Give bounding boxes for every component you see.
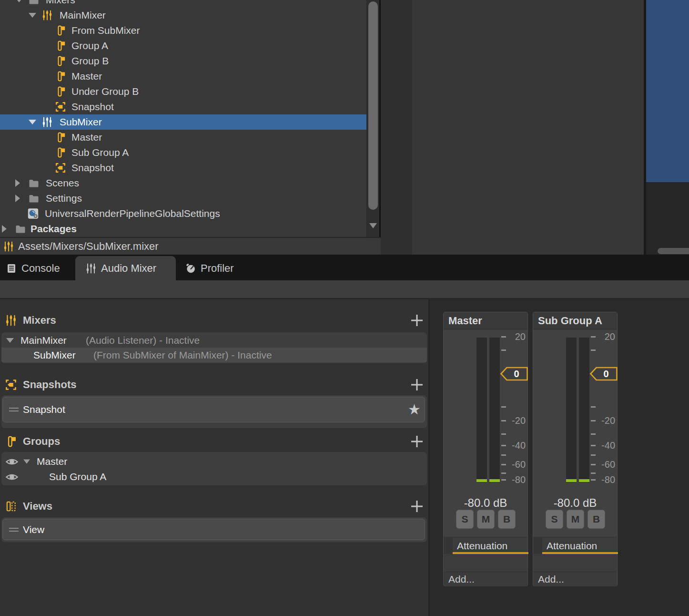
tree-item-sub-group-a[interactable]: Sub Group A — [0, 145, 366, 160]
add-mixers-button[interactable] — [411, 314, 423, 327]
scale-label: -80 — [507, 474, 526, 485]
horizontal-scrollbar-thumb[interactable] — [658, 248, 689, 254]
tree-scrollbar[interactable] — [366, 0, 380, 237]
add-groups-button[interactable] — [411, 435, 423, 448]
audio-mixer-icon — [41, 116, 53, 128]
tab-console[interactable]: Console — [0, 256, 75, 280]
asset-path-bar: Assets/Mixers/SubMixer.mixer — [0, 237, 381, 255]
strip-name: Master — [448, 315, 482, 327]
snapshot-star-icon[interactable]: ★ — [408, 402, 421, 417]
drag-handle-icon[interactable] — [9, 524, 19, 535]
tree-item-universalrenderpipelineglobalsettings[interactable]: UniversalRenderPipelineGlobalSettings — [0, 206, 366, 221]
effect-underline — [542, 552, 618, 554]
db-readout: -80.0 dB — [444, 496, 527, 510]
solo-button[interactable]: S — [546, 510, 563, 529]
mixer-row-submixer[interactable]: SubMixer(From SubMixer of MainMixer) - I… — [1, 348, 427, 362]
section-header-snapshots: Snapshots — [0, 379, 428, 391]
view-row-view[interactable]: View — [2, 519, 425, 540]
mixer-status-note: (From SubMixer of MainMixer) - Inactive — [93, 349, 272, 361]
views-icon — [5, 500, 17, 513]
mixer-group-icon — [55, 55, 66, 67]
audio-mixer-icon — [41, 10, 53, 21]
view-name: View — [23, 524, 44, 535]
mixer-row-mainmixer[interactable]: MainMixer(Audio Listener) - Inactive — [1, 333, 427, 348]
foldout-collapsed-icon[interactable] — [15, 195, 20, 202]
tree-item-mainmixer[interactable]: MainMixer — [0, 8, 366, 23]
tree-item-from-submixer[interactable]: From SubMixer — [0, 23, 366, 38]
foldout-expanded-icon[interactable] — [23, 459, 30, 463]
scale-tick — [591, 472, 596, 474]
group-name: Sub Group A — [49, 471, 106, 483]
level-meter-left — [566, 338, 577, 483]
strip-header[interactable]: Master — [444, 312, 527, 329]
folder-icon — [28, 177, 40, 189]
mute-button[interactable]: M — [477, 510, 495, 529]
drag-handle-icon[interactable] — [9, 404, 19, 415]
tree-item-label: Snapshot — [71, 101, 114, 113]
tree-scrollbar-down-arrow-icon[interactable] — [369, 223, 377, 228]
db-readout: -80.0 dB — [533, 496, 617, 510]
add-effect-row[interactable]: Add... — [444, 572, 527, 586]
tab-audio-mixer[interactable]: Audio Mixer — [75, 256, 176, 280]
channel-strips-pane: Master20-20-40-60-800-80.0 dBSMBAttenuat… — [430, 299, 689, 616]
volume-fader[interactable]: 0 — [590, 367, 618, 381]
bypass-button[interactable]: B — [498, 510, 516, 529]
tree-item-label: Mixers — [46, 0, 75, 6]
console-icon — [6, 263, 17, 274]
group-row-sub-group-a[interactable]: Sub Group A — [1, 469, 427, 484]
tree-item-label: Scenes — [46, 177, 79, 189]
channel-strip-sub-group-a: Sub Group A20-20-40-60-800-80.0 dBSMBAtt… — [533, 312, 618, 586]
foldout-expanded-icon[interactable] — [29, 120, 36, 124]
tree-item-group-b[interactable]: Group B — [0, 53, 366, 69]
add-snapshots-button[interactable] — [411, 379, 423, 391]
scale-tick — [501, 479, 506, 481]
tree-item-snapshot[interactable]: Snapshot — [0, 99, 366, 114]
add-effect-row[interactable]: Add... — [533, 572, 617, 586]
meter-level — [489, 479, 500, 482]
tree-item-master[interactable]: Master — [0, 69, 366, 84]
eye-icon[interactable] — [5, 455, 19, 468]
solo-button[interactable]: S — [456, 510, 474, 529]
scale-label: -20 — [507, 415, 526, 426]
scale-label: -40 — [507, 440, 526, 451]
foldout-collapsed-icon[interactable] — [2, 225, 7, 233]
groups-list: Master Sub Group A — [1, 452, 427, 485]
tree-item-mixers[interactable]: Mixers — [0, 0, 366, 8]
snapshot-row-snapshot[interactable]: Snapshot★ — [2, 397, 425, 422]
section-header-groups: Groups — [0, 435, 428, 448]
tree-item-settings[interactable]: Settings — [0, 191, 366, 206]
tree-item-submixer[interactable]: SubMixer — [0, 114, 366, 130]
tree-item-packages[interactable]: Packages — [0, 221, 366, 236]
foldout-collapsed-icon[interactable] — [15, 179, 20, 187]
foldout-expanded-icon[interactable] — [15, 0, 23, 2]
tree-scrollbar-thumb[interactable] — [368, 1, 378, 210]
tree-item-group-a[interactable]: Group A — [0, 38, 366, 53]
scale-tick — [501, 433, 506, 435]
add-views-button[interactable] — [411, 500, 423, 513]
group-row-master[interactable]: Master — [1, 453, 427, 469]
strip-header[interactable]: Sub Group A — [533, 312, 617, 329]
effect-label[interactable]: Attenuation — [457, 540, 507, 552]
mixers-list: MainMixer(Audio Listener) - InactiveSubM… — [1, 332, 427, 363]
bottom-tab-bar: Console Audio Mixer Profiler — [0, 255, 689, 280]
mute-button[interactable]: M — [567, 510, 584, 529]
foldout-expanded-icon[interactable] — [6, 338, 14, 343]
scale-label: -80 — [596, 474, 615, 485]
group-name: Master — [37, 456, 67, 467]
bypass-button[interactable]: B — [588, 510, 605, 529]
eye-icon[interactable] — [5, 470, 19, 483]
tab-profiler[interactable]: Profiler — [176, 256, 266, 280]
tree-item-label: Under Group B — [71, 86, 139, 97]
foldout-expanded-icon[interactable] — [29, 13, 36, 18]
effect-label[interactable]: Attenuation — [547, 540, 597, 552]
scale-tick — [591, 420, 596, 421]
tab-label: Audio Mixer — [101, 262, 156, 275]
scale-tick — [501, 420, 506, 421]
scale-label: 20 — [596, 331, 615, 342]
volume-fader[interactable]: 0 — [500, 367, 528, 381]
tree-item-snapshot[interactable]: Snapshot — [0, 160, 366, 175]
inspector-gutter — [381, 0, 412, 256]
tree-item-scenes[interactable]: Scenes — [0, 175, 366, 191]
tree-item-under-group-b[interactable]: Under Group B — [0, 84, 366, 99]
tree-item-master[interactable]: Master — [0, 130, 366, 145]
